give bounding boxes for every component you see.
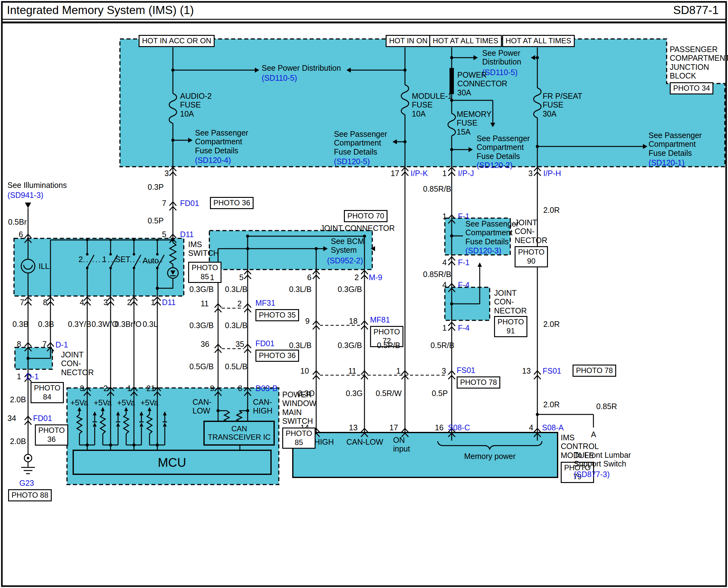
pin-2-mf31: 2 [237, 299, 242, 308]
wire-0-85rb-1: 0.85R/B [423, 185, 451, 193]
pin-8-d1: 8 [17, 340, 21, 349]
wire-0-5gb: 0.5G/B [189, 362, 214, 371]
pin-1-pw: 1 [127, 384, 131, 393]
power-connector-label: POWER CONNECTOR 30A [457, 70, 508, 97]
d11-code-bottom: D11 [162, 298, 176, 307]
switch-set-label: SET [115, 255, 130, 264]
pin-8-d11: 8 [43, 298, 47, 307]
photo-34: PHOTO 34 [670, 82, 713, 94]
pin-35-fd01: 35 [236, 340, 244, 349]
wire-2-0r-1: 2.0R [543, 206, 560, 214]
wire-0-3gb-1: 0.3G/B [189, 285, 214, 294]
audio2-fuse-label: AUDIO-2 FUSE 10A [180, 91, 212, 118]
photo-85-1: PHOTO 85 [188, 262, 221, 283]
pin-1-fs01: 1 [396, 366, 401, 375]
sd120-4-link[interactable]: (SD120-4) [195, 156, 231, 165]
f4-code-bottom: F-4 [458, 323, 470, 332]
wire-2-0r-2: 2.0R [543, 320, 560, 329]
photo-78-1: PHOTO 78 [457, 376, 500, 388]
fuse-details-2: See Passenger Compartment Fuse Details [334, 130, 387, 156]
f1-code-bottom: F-1 [458, 258, 470, 267]
photo-85-2: PHOTO 85 [282, 427, 316, 449]
plus5va-1: +5Va [70, 398, 88, 407]
pin-16-module: 16 [435, 423, 444, 432]
wire-0-3gb-2: 0.3G/B [189, 321, 214, 330]
wire-0-3lb-2: 0.3L/B [225, 321, 247, 330]
pin-10-fs01: 10 [300, 366, 309, 375]
pin-2-d11: 2 [127, 298, 131, 307]
sd110-5-link-1[interactable]: (SD110-5) [262, 74, 297, 82]
wire-0-5rw: 0.5R/W [376, 389, 402, 398]
hot-label-acc-on: HOT IN ACC OR ON [138, 35, 215, 47]
wire-0-3l: 0.3L [143, 320, 158, 329]
pin-6: 6 [19, 230, 23, 239]
pin-2-pw: 2 [103, 384, 108, 393]
joint-connector-label-d1: JOINT CON- NECTOR [61, 350, 94, 377]
photo-91: PHOTO 91 [494, 316, 528, 337]
joint-connector-label-90: JOINT CON- NECTOR [515, 218, 547, 245]
pin-2-m9: 2 [355, 273, 359, 282]
pw-switch-label: POWER WINDOW MAIN SWITCH [282, 390, 317, 425]
photo-84: PHOTO 84 [30, 382, 64, 403]
ill-label: ILL. [39, 262, 52, 271]
mf81-code: MF81 [370, 315, 390, 324]
sd120-2-link[interactable]: (SD120-2) [477, 161, 512, 169]
wire-0-3b-1: 0.3B [13, 320, 28, 329]
wire-0-3lb-1: 0.3L/B [225, 285, 247, 294]
wire-2-0r-3: 2.0R [543, 400, 560, 409]
sd952-2-link[interactable]: (SD952-2) [327, 256, 363, 265]
sd120-1-link[interactable]: (SD120-1) [648, 158, 684, 167]
can-low-module: CAN-LOW [346, 438, 383, 446]
wire-0-3gb-4: 0.3G/B [338, 341, 362, 350]
mf31-code: MF31 [255, 298, 275, 307]
sd877-3-link[interactable]: (SD877-3) [574, 470, 609, 479]
wire-0-5p-2: 0.5P [432, 389, 448, 398]
pin-1-m9: 1 [210, 273, 214, 282]
photo-78-2: PHOTO 78 [573, 364, 616, 377]
wire-0-5br: 0.5Br [8, 217, 27, 226]
wire-0-5rb-1: 0.5R/B [430, 341, 454, 350]
sd941-3-link[interactable]: (SD941-3) [7, 191, 43, 200]
memory-fuse-label: MEMORY FUSE 15A [457, 110, 492, 136]
see-illuminations: See Illuminations [7, 181, 67, 189]
wire-2-0b-2: 2.0B [10, 437, 26, 446]
ims-switch-label: IMS SWITCH [188, 240, 219, 258]
switch-auto-label: Auto [143, 256, 158, 265]
plus5va-4: +5Va [141, 398, 158, 407]
photo-90: PHOTO 90 [515, 246, 548, 267]
wire-0-3lb-4: 0.3L/B [289, 341, 312, 350]
pin-11-fs01: 11 [348, 366, 356, 375]
pin-3-pw: 3 [80, 384, 84, 393]
pin-13-module: 13 [349, 423, 358, 432]
pin-3-iph: 3 [528, 169, 533, 177]
g23-code: G23 [19, 479, 34, 487]
junction-block-label: PASSENGER COMPARTMENT JUNCTION BLOCK [670, 45, 728, 80]
mcu-label: MCU [158, 456, 186, 469]
see-power-distribution-1: See Power Distribution [262, 64, 341, 72]
hot-label-all-times-2: HOT AT ALL TIMES [502, 35, 575, 47]
photo-36-2: PHOTO 36 [35, 424, 68, 446]
sd120-3-link[interactable]: (SD120-3) [465, 246, 501, 255]
pin-9-mf81: 9 [305, 317, 309, 325]
sd120-5-link[interactable]: (SD120-5) [334, 157, 370, 166]
photo-70: PHOTO 70 [344, 210, 387, 222]
photo-35: PHOTO 35 [255, 309, 299, 321]
switch-2-label: 2 [79, 255, 83, 264]
pin-1-ipj: 1 [442, 169, 447, 177]
fs01-code-1: FS01 [457, 366, 475, 375]
pin-3-fs01: 3 [442, 366, 446, 375]
pin-36-fd01: 36 [200, 340, 209, 349]
frpseat-fuse-label: FR P/SEAT FUSE 30A [543, 91, 582, 118]
d11-code-top: D11 [180, 230, 194, 239]
pin-17-module: 17 [389, 423, 398, 432]
d1-code-bottom: D-1 [26, 372, 39, 381]
wire-2-0b-1: 2.0B [10, 395, 26, 404]
fs01-code-2: FS01 [543, 366, 561, 375]
pin-3-audio: 3 [165, 169, 169, 177]
plus5va-3: +5Va [117, 398, 135, 407]
to-front-lumbar: To Front Lumbar Support Switch [574, 450, 631, 468]
pin-1-f4: 1 [442, 323, 447, 332]
ipk-code: I/P-K [411, 169, 428, 177]
iph-code: I/P-H [543, 169, 561, 177]
hot-label-all-times-1: HOT AT ALL TIMES [429, 35, 502, 47]
